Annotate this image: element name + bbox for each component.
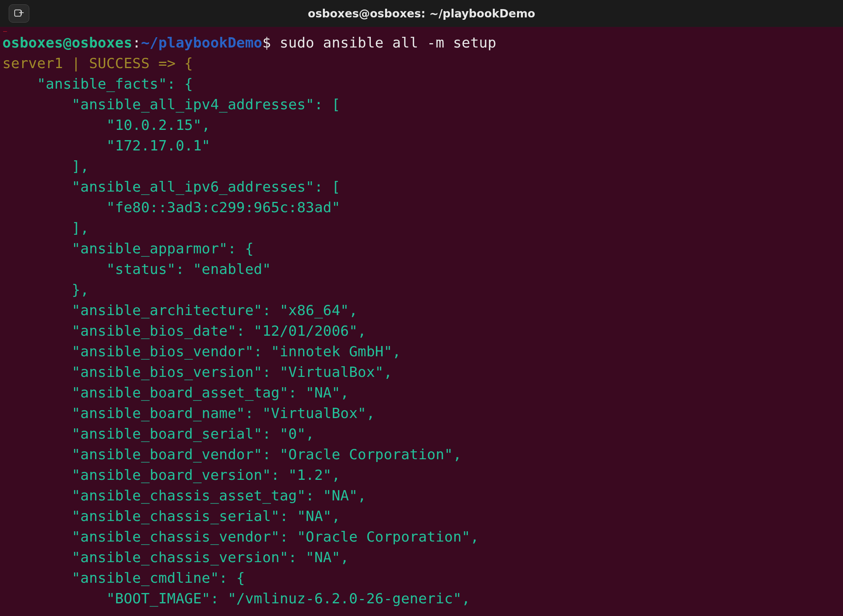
output-line: "ansible_chassis_asset_tag": "NA", xyxy=(2,487,366,504)
prompt-colon: : xyxy=(132,34,141,51)
output-line: "ansible_apparmor": { xyxy=(2,240,254,257)
output-line: "ansible_chassis_version": "NA", xyxy=(2,549,349,565)
window-title: osboxes@osboxes: ~/playbookDemo xyxy=(0,7,843,20)
output-line: "ansible_board_asset_tag": "NA", xyxy=(2,384,349,401)
output-line: "BOOT_IMAGE": "/vmlinuz-6.2.0-26-generic… xyxy=(2,590,470,606)
output-line: "ansible_facts": { xyxy=(2,76,193,92)
output-line: "ansible_chassis_serial": "NA", xyxy=(2,508,340,524)
prompt-symbol: $ xyxy=(262,34,271,51)
output-line: "ansible_architecture": "x86_64", xyxy=(2,302,358,318)
output-line: "ansible_bios_date": "12/01/2006", xyxy=(2,323,366,339)
output-line: "ansible_all_ipv4_addresses": [ xyxy=(2,96,340,112)
new-tab-button[interactable] xyxy=(9,4,29,23)
output-line: ], xyxy=(2,220,89,236)
output-line: "172.17.0.1" xyxy=(2,137,210,154)
terminal-output: osboxes@osboxes:~/playbookDemo$ sudo ans… xyxy=(2,32,841,609)
new-tab-icon xyxy=(13,8,25,19)
output-host-status: server1 | SUCCESS => { xyxy=(2,55,193,71)
prompt-user-host: osboxes@osboxes xyxy=(2,34,132,51)
output-line: }, xyxy=(2,281,89,298)
output-line: ], xyxy=(2,158,89,174)
output-line: "ansible_board_version": "1.2", xyxy=(2,467,340,483)
prompt-command: sudo ansible all -m setup xyxy=(280,34,496,51)
output-line: "ansible_all_ipv6_addresses": [ xyxy=(2,179,340,195)
terminal-viewport[interactable]: – osboxes@osboxes:~/playbookDemo$ sudo a… xyxy=(0,27,843,616)
prompt-path: ~/playbookDemo xyxy=(141,34,262,51)
output-line: "fe80::3ad3:c299:965c:83ad" xyxy=(2,199,340,215)
output-line: "ansible_bios_version": "VirtualBox", xyxy=(2,364,392,380)
output-line: "ansible_board_vendor": "Oracle Corporat… xyxy=(2,446,462,462)
output-line: "10.0.2.15", xyxy=(2,117,210,133)
output-line: "ansible_chassis_vendor": "Oracle Corpor… xyxy=(2,529,479,545)
scroll-indicator: – xyxy=(2,29,841,32)
output-line: "ansible_board_serial": "0", xyxy=(2,426,314,442)
window-titlebar: osboxes@osboxes: ~/playbookDemo xyxy=(0,0,843,27)
output-line: "ansible_bios_vendor": "innotek GmbH", xyxy=(2,343,401,359)
output-line: "ansible_cmdline": { xyxy=(2,570,245,586)
output-line: "ansible_board_name": "VirtualBox", xyxy=(2,405,375,421)
output-line: "status": "enabled" xyxy=(2,261,271,277)
